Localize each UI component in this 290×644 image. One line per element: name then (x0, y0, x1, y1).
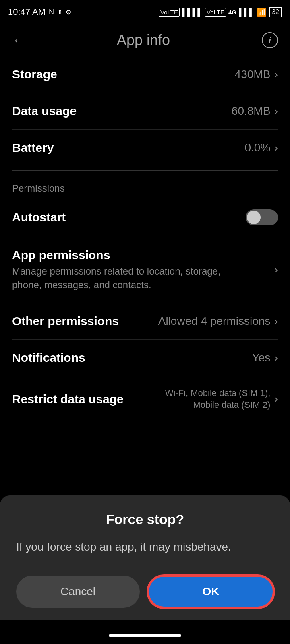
netflix-icon: N (49, 8, 54, 17)
ok-button[interactable]: OK (148, 576, 274, 608)
data-usage-item[interactable]: Data usage 60.8MB › (12, 93, 278, 130)
battery-indicator: 32 (269, 7, 282, 17)
battery-chevron: › (274, 142, 278, 154)
info-button[interactable]: i (262, 32, 278, 48)
app-permissions-text: App permissions Manage permissions relat… (12, 248, 274, 291)
cancel-button[interactable]: Cancel (16, 576, 140, 608)
settings-icon: ⚙ (66, 8, 71, 16)
app-permissions-subtitle: Manage permissions related to location, … (12, 264, 222, 291)
battery-value: 0.0% (245, 141, 271, 154)
notifications-value-group: Yes › (252, 351, 278, 364)
app-permissions-label: App permissions (12, 248, 274, 262)
data-usage-label: Data usage (12, 104, 77, 118)
restrict-data-value: Wi-Fi, Mobile data (SIM 1), Mobile data … (141, 388, 270, 411)
storage-chevron: › (274, 68, 278, 81)
notifications-label: Notifications (12, 351, 85, 365)
status-bar: 10:47 AM N ⬆ ⚙ VoLTE ▌▌▌▌ VoLTE 4G ▌▌▌ 📶… (0, 0, 290, 24)
dialog-title: Force stop? (16, 512, 274, 527)
back-button[interactable]: ← (12, 33, 25, 48)
signal-icon-1: ▌▌▌▌ (182, 8, 203, 17)
notifications-chevron: › (274, 352, 278, 364)
main-content: Storage 430MB › Data usage 60.8MB › Batt… (0, 56, 290, 422)
data-usage-value: 60.8MB (232, 105, 271, 118)
other-permissions-value: Allowed 4 permissions (158, 315, 271, 328)
storage-value-group: 430MB › (235, 68, 278, 81)
signal-icon-2: ▌▌▌ (239, 8, 254, 17)
data-usage-chevron: › (274, 105, 278, 118)
battery-level: 32 (272, 8, 279, 16)
dialog-body: If you force stop an app, it may misbeha… (16, 539, 274, 555)
permissions-section-label: Permissions (12, 175, 278, 198)
time-display: 10:47 AM (8, 7, 46, 17)
notifications-item[interactable]: Notifications Yes › (12, 340, 278, 376)
storage-value: 430MB (235, 68, 271, 81)
upload-icon: ⬆ (57, 8, 62, 16)
app-permissions-chevron: › (274, 264, 278, 276)
autostart-item[interactable]: Autostart (12, 198, 278, 237)
app-header: ← App info i (0, 24, 290, 56)
4g-icon: 4G (228, 9, 236, 16)
toggle-knob (247, 211, 261, 224)
battery-value-group: 0.0% › (245, 141, 278, 154)
other-permissions-chevron: › (274, 315, 278, 328)
status-right-icons: VoLTE ▌▌▌▌ VoLTE 4G ▌▌▌ 📶 32 (159, 7, 282, 17)
other-permissions-item[interactable]: Other permissions Allowed 4 permissions … (12, 303, 278, 340)
force-stop-dialog: Force stop? If you force stop an app, it… (0, 495, 290, 620)
storage-label: Storage (12, 68, 57, 81)
restrict-data-value-group: Wi-Fi, Mobile data (SIM 1), Mobile data … (141, 388, 278, 411)
autostart-toggle[interactable] (246, 209, 278, 225)
data-usage-value-group: 60.8MB › (232, 105, 278, 118)
autostart-label: Autostart (12, 211, 66, 224)
page-title: App info (117, 32, 170, 49)
app-permissions-item[interactable]: App permissions Manage permissions relat… (12, 237, 278, 303)
other-permissions-value-group: Allowed 4 permissions › (158, 315, 278, 328)
section-divider (12, 170, 278, 171)
storage-item[interactable]: Storage 430MB › (12, 56, 278, 93)
volte-icon: VoLTE (159, 8, 180, 17)
battery-item[interactable]: Battery 0.0% › (12, 130, 278, 166)
info-icon: i (269, 36, 271, 45)
restrict-data-label: Restrict data usage (12, 392, 124, 406)
battery-label: Battery (12, 141, 54, 155)
restrict-data-chevron: › (274, 393, 278, 405)
restrict-data-usage-item[interactable]: Restrict data usage Wi-Fi, Mobile data (… (12, 376, 278, 422)
wifi-icon: 📶 (257, 7, 267, 17)
dialog-buttons: Cancel OK (16, 576, 274, 608)
status-time: 10:47 AM N ⬆ ⚙ (8, 7, 71, 17)
volte-icon-2: VoLTE (205, 8, 226, 17)
other-permissions-label: Other permissions (12, 314, 119, 328)
notifications-value: Yes (252, 351, 271, 364)
home-indicator (109, 634, 181, 637)
